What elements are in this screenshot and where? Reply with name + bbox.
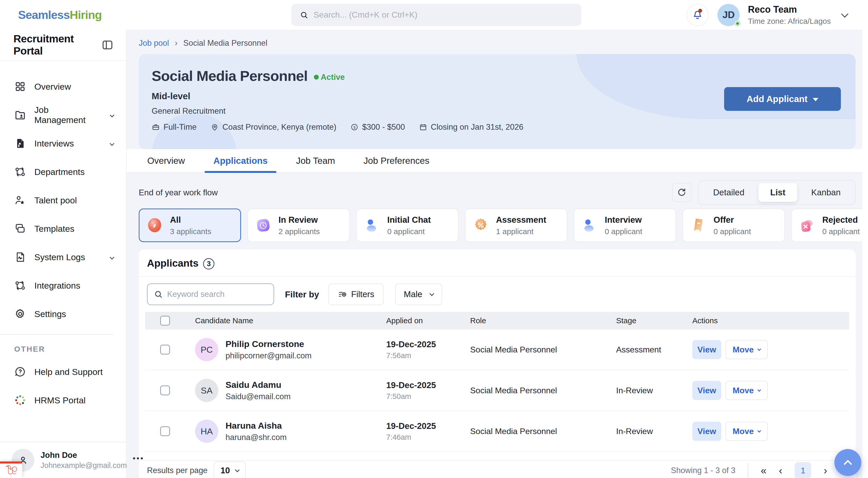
prev-page-icon[interactable]: ‹ bbox=[779, 465, 782, 476]
scrollbar[interactable] bbox=[862, 30, 868, 478]
view-button[interactable]: View bbox=[692, 340, 721, 359]
more-options-icon[interactable] bbox=[133, 457, 143, 463]
col-stage: Stage bbox=[616, 316, 692, 325]
sidebar-item-talent-pool[interactable]: Talent pool bbox=[0, 186, 126, 214]
sidebar-item-help-and-support[interactable]: Help and Support bbox=[0, 358, 126, 386]
view-kanban[interactable]: Kanban bbox=[799, 183, 852, 202]
notifications-button[interactable] bbox=[686, 4, 709, 26]
sidebar-collapse-button[interactable] bbox=[101, 39, 114, 51]
job-status-badge: Active bbox=[314, 72, 345, 82]
sidebar-item-settings[interactable]: Settings bbox=[0, 300, 126, 328]
notification-badge bbox=[698, 9, 702, 13]
stage-card-offer[interactable]: Offer 0 applicant bbox=[683, 209, 785, 242]
sidebar-other-nav: Help and Support HRMS Portal bbox=[0, 358, 126, 414]
candidate-role: Social Media Personnel bbox=[470, 345, 616, 355]
sidebar-item-templates[interactable]: Templates bbox=[0, 214, 126, 243]
add-applicant-label: Add Applicant bbox=[747, 94, 808, 104]
row-checkbox[interactable] bbox=[160, 345, 170, 355]
sidebar-item-hrms-portal[interactable]: HRMS Portal bbox=[0, 386, 126, 414]
logo-part-1: Seamless bbox=[18, 8, 70, 22]
job-closing-date: Closing on Jan 31st, 2026 bbox=[419, 122, 523, 132]
chevron-down-icon bbox=[110, 255, 114, 260]
keyword-search[interactable] bbox=[147, 283, 274, 305]
table-body: PC Philip Cornerstone philipcorner@gmail… bbox=[139, 329, 856, 452]
stage-card-rejected[interactable]: Rejected 0 applicant bbox=[791, 209, 868, 242]
scroll-to-top-button[interactable] bbox=[834, 449, 861, 476]
workflow-stages: All 3 applicants In Review 2 applicants … bbox=[139, 209, 868, 242]
view-label: Kanban bbox=[811, 187, 841, 197]
workflow-bar: End of year work flow Detailed List Kanb bbox=[139, 180, 856, 205]
search-icon bbox=[154, 290, 163, 299]
sidebar: Recruitment Portal Overview Job Manageme… bbox=[0, 30, 127, 478]
sidebar-item-label: Templates bbox=[34, 224, 74, 234]
sidebar-item-label: System Logs bbox=[34, 252, 85, 262]
app-logo: SeamlessHiring bbox=[18, 8, 102, 22]
view-button[interactable]: View bbox=[692, 422, 721, 441]
calendar-icon bbox=[419, 123, 427, 131]
laravel-icon bbox=[5, 465, 17, 477]
gender-filter-dropdown[interactable]: Male bbox=[395, 283, 442, 305]
tab-applications[interactable]: Applications bbox=[203, 149, 278, 172]
breadcrumb-link[interactable]: Job pool bbox=[139, 38, 169, 48]
job-salary-label: $300 - $500 bbox=[362, 122, 405, 132]
per-page-value: 10 bbox=[220, 466, 230, 475]
stage-card-assessment[interactable]: Assessment 1 applicant bbox=[465, 209, 567, 242]
job-meta: Full-Time Coast Province, Kenya (remote)… bbox=[152, 122, 856, 132]
keyword-search-input[interactable] bbox=[167, 290, 270, 299]
stage-card-initial-chat[interactable]: Initial Chat 0 applicant bbox=[356, 209, 459, 242]
move-button[interactable]: Move bbox=[725, 381, 768, 400]
chevron-up-icon bbox=[843, 460, 852, 469]
select-all-checkbox[interactable] bbox=[160, 316, 170, 326]
first-page-icon[interactable]: « bbox=[761, 465, 767, 476]
view-label: List bbox=[770, 187, 785, 197]
stage-name: In Review bbox=[278, 215, 320, 225]
tab-job-preferences[interactable]: Job Preferences bbox=[353, 149, 440, 172]
per-page-select[interactable]: 10 bbox=[214, 461, 246, 478]
move-button[interactable]: Move bbox=[725, 340, 768, 359]
footer-user-email: Johnexample@gmail.com bbox=[40, 461, 127, 470]
settings-icon bbox=[14, 308, 26, 320]
sidebar-item-system-logs[interactable]: System Logs bbox=[0, 243, 126, 271]
tab-overview[interactable]: Overview bbox=[137, 149, 195, 172]
debugbar-toggle[interactable] bbox=[0, 461, 22, 478]
candidate-stage: Assessment bbox=[616, 345, 692, 355]
sidebar-item-integrations[interactable]: Integrations bbox=[0, 271, 126, 300]
move-button[interactable]: Move bbox=[725, 422, 768, 441]
sidebar-item-departments[interactable]: Departments bbox=[0, 158, 126, 186]
user-avatar[interactable]: JD bbox=[717, 4, 740, 26]
tab-label: Job Preferences bbox=[364, 155, 429, 166]
view-button[interactable]: View bbox=[692, 381, 721, 400]
col-role: Role bbox=[470, 316, 616, 325]
view-list[interactable]: List bbox=[758, 183, 798, 202]
stage-name: Offer bbox=[714, 215, 751, 225]
map-pin-icon bbox=[211, 123, 219, 131]
global-search[interactable] bbox=[291, 4, 581, 26]
chevron-down-icon bbox=[110, 113, 115, 117]
row-checkbox[interactable] bbox=[160, 426, 170, 436]
view-detailed[interactable]: Detailed bbox=[701, 183, 756, 202]
applicants-toolbar: Filter by Filters Male bbox=[139, 277, 856, 312]
sidebar-item-overview[interactable]: Overview bbox=[0, 72, 126, 101]
sidebar-item-interviews[interactable]: Interviews bbox=[0, 129, 126, 158]
row-checkbox[interactable] bbox=[160, 386, 170, 395]
filters-button[interactable]: Filters bbox=[328, 283, 383, 305]
tab-job-team[interactable]: Job Team bbox=[286, 149, 345, 172]
user-timezone: Time zone: Africa/Lagos bbox=[748, 17, 831, 26]
talent-pool-icon bbox=[14, 194, 26, 206]
global-search-input[interactable] bbox=[314, 10, 573, 20]
departments-icon bbox=[14, 166, 26, 178]
stage-card-all[interactable]: All 3 applicants bbox=[139, 209, 241, 242]
next-page-icon[interactable]: › bbox=[824, 465, 827, 476]
chevron-down-icon[interactable] bbox=[841, 10, 848, 17]
table-header: Candidate Name Applied on Role Stage Act… bbox=[145, 312, 849, 329]
job-location-label: Coast Province, Kenya (remote) bbox=[222, 122, 336, 132]
candidate-role: Social Media Personnel bbox=[470, 426, 616, 436]
refresh-button[interactable] bbox=[672, 183, 691, 202]
user-info[interactable]: Reco Team Time zone: Africa/Lagos bbox=[748, 4, 831, 26]
add-applicant-button[interactable]: Add Applicant bbox=[724, 87, 841, 111]
sidebar-item-job-management[interactable]: Job Management bbox=[0, 101, 126, 129]
stage-card-interview[interactable]: Interview 0 applicant bbox=[574, 209, 676, 242]
current-page[interactable]: 1 bbox=[795, 462, 811, 478]
stage-card-in-review[interactable]: In Review 2 applicants bbox=[247, 209, 350, 242]
col-actions: Actions bbox=[692, 316, 849, 325]
